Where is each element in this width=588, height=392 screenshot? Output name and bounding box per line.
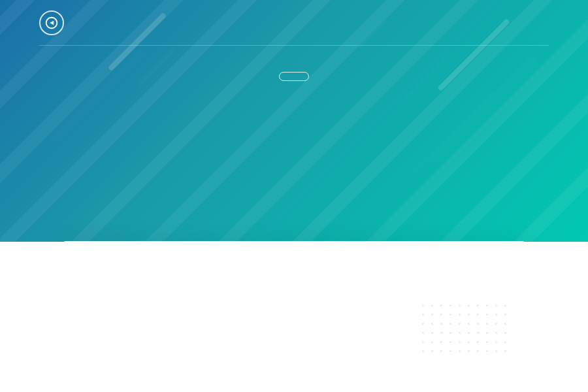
- hero-content: [0, 46, 588, 105]
- nav-brand: [39, 10, 72, 35]
- dot: [449, 350, 451, 352]
- dot: [422, 341, 424, 343]
- dot: [495, 332, 497, 334]
- dot: [477, 350, 479, 352]
- search-tabs: [59, 241, 529, 242]
- dot: [468, 323, 470, 325]
- dot: [449, 314, 451, 316]
- dot: [495, 323, 497, 325]
- dot: [495, 350, 497, 352]
- dot: [449, 304, 451, 306]
- hero-section: ▾ ▾: [0, 0, 588, 242]
- dot: [459, 323, 461, 325]
- dot: [504, 350, 506, 352]
- dot: [459, 314, 461, 316]
- dot: [422, 332, 424, 334]
- dot: [468, 304, 470, 306]
- dot: [459, 341, 461, 343]
- dot: [504, 314, 506, 316]
- dot: [422, 304, 424, 306]
- dot: [495, 314, 497, 316]
- dot: [422, 350, 424, 352]
- dot: [477, 304, 479, 306]
- dot: [486, 323, 488, 325]
- dot: [495, 341, 497, 343]
- dot: [459, 332, 461, 334]
- dot: [449, 323, 451, 325]
- hero-badge: [279, 72, 309, 81]
- dot: [431, 304, 433, 306]
- dot: [440, 350, 442, 352]
- dot: [486, 304, 488, 306]
- dot: [422, 314, 424, 316]
- dot: [440, 323, 442, 325]
- dot: [440, 304, 442, 306]
- dot: [504, 304, 506, 306]
- search-card: ▾ ▾: [59, 241, 529, 242]
- dot: [431, 323, 433, 325]
- dot: [459, 304, 461, 306]
- dot: [495, 304, 497, 306]
- dot: [431, 314, 433, 316]
- logo-svg: [44, 16, 59, 30]
- tab-amazon[interactable]: [129, 241, 155, 242]
- dot: [486, 314, 488, 316]
- dot: [468, 332, 470, 334]
- dot: [440, 314, 442, 316]
- dot: [440, 341, 442, 343]
- dot: [504, 332, 506, 334]
- dot: [468, 350, 470, 352]
- dot: [477, 341, 479, 343]
- nav-logo-icon: [39, 10, 64, 35]
- dot: [431, 350, 433, 352]
- dot: [449, 332, 451, 334]
- tab-youtube[interactable]: [103, 241, 129, 242]
- dot: [431, 341, 433, 343]
- dot: [468, 341, 470, 343]
- dot: [449, 341, 451, 343]
- navbar: [0, 0, 588, 46]
- dot: [431, 332, 433, 334]
- dot: [486, 332, 488, 334]
- dot: [504, 323, 506, 325]
- dot: [459, 350, 461, 352]
- tab-google[interactable]: [77, 241, 103, 242]
- dot: [468, 314, 470, 316]
- dot: [477, 314, 479, 316]
- dot: [422, 323, 424, 325]
- dot: [477, 323, 479, 325]
- dot: [504, 341, 506, 343]
- dot: [477, 332, 479, 334]
- dot: [486, 341, 488, 343]
- dot: [486, 350, 488, 352]
- dot-pattern-decoration: const dotPattern = document.querySelecto…: [418, 301, 549, 379]
- bottom-area: const dotPattern = document.querySelecto…: [0, 242, 588, 392]
- dot: [440, 332, 442, 334]
